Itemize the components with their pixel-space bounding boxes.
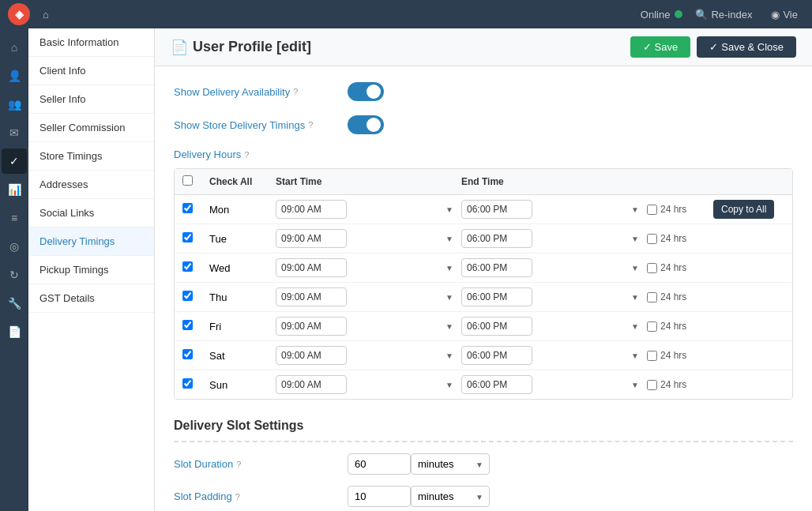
sat-end-arrow: ▼ [631,351,639,360]
mon-24hrs-checkbox[interactable] [647,205,657,215]
sidebar-item-seller-commission[interactable]: Seller Commission [28,114,154,142]
sat-end-time-select[interactable]: 06:00 PM [461,346,532,365]
sidebar-item-addresses[interactable]: Addresses [28,171,154,199]
wed-start-time-wrap: 09:00 AM ▼ [276,258,458,277]
fri-checkbox[interactable] [182,320,193,330]
store-delivery-timings-row: Show Store Delivery Timings ? [174,115,793,134]
sun-end-time-select[interactable]: 06:00 PM [461,375,532,394]
delivery-availability-toggle[interactable] [348,82,384,101]
icon-bar-check[interactable]: ✓ [2,148,27,174]
thu-label: Thu [209,291,273,303]
slot-padding-input[interactable] [348,486,411,507]
slot-settings-title: Delivery Slot Settings [174,419,793,442]
copy-all-button[interactable]: Copy to All [713,200,774,219]
delivery-availability-help-icon[interactable]: ? [293,87,298,96]
tue-start-time-select[interactable]: 09:00 AM [276,229,347,248]
fri-checkbox-wrap[interactable] [182,320,206,333]
sat-24hrs-checkbox[interactable] [647,351,657,361]
sidebar-item-pickup-timings[interactable]: Pickup Timings [28,256,154,284]
check-all-checkbox-wrap[interactable] [182,175,206,188]
timing-row-wed: Wed 09:00 AM ▼ 06:00 PM ▼ [175,254,792,283]
thu-24hrs-checkbox[interactable] [647,292,657,302]
thu-24hrs-label: 24 hrs [660,291,686,302]
save-close-button[interactable]: ✓ Save & Close [697,36,796,58]
icon-bar-location[interactable]: ◎ [2,234,27,259]
tue-end-time-select[interactable]: 06:00 PM [461,229,532,248]
mon-end-time-select[interactable]: 06:00 PM [461,200,532,219]
delivery-hours-table: Check All Start Time End Time Mon 09:00 … [174,168,793,400]
content-area: Show Delivery Availability ? Show Store … [155,66,812,511]
icon-bar-file[interactable]: 📄 [2,319,27,344]
wed-end-time-select[interactable]: 06:00 PM [461,258,532,277]
store-delivery-timings-slider [348,115,384,134]
icon-bar-refresh[interactable]: ↻ [2,262,27,287]
save-button[interactable]: ✓ Save [630,36,691,58]
fri-24hrs-checkbox[interactable] [647,321,657,332]
slot-padding-unit-select[interactable]: minutes hours [411,486,490,507]
sidebar-item-basic-info[interactable]: Basic Information [28,28,154,57]
wed-24hrs-checkbox[interactable] [647,263,657,273]
mon-start-time-select[interactable]: 09:00 AM [276,200,347,219]
store-delivery-timings-help-icon[interactable]: ? [308,120,313,130]
topbar-home-button[interactable]: ⌂ [36,6,55,24]
icon-bar-wrench[interactable]: 🔧 [2,291,27,316]
save-check-icon: ✓ [643,41,652,53]
sun-24hrs-wrap: 24 hrs [647,379,710,390]
delivery-hours-help-icon[interactable]: ? [244,150,249,160]
sun-end-time-wrap: 06:00 PM ▼ [461,375,644,394]
sidebar-item-social-links[interactable]: Social Links [28,199,154,227]
mon-checkbox-wrap[interactable] [182,203,206,216]
sidebar-item-client-info[interactable]: Client Info [28,57,154,85]
slot-padding-row: Slot Padding ? minutes hours ▼ [174,486,793,507]
fri-end-time-select[interactable]: 06:00 PM [461,317,532,336]
delivery-hours-label: Delivery Hours ? [174,148,793,160]
end-time-col-header: End Time [461,176,644,187]
icon-bar-user[interactable]: 👤 [2,63,27,88]
sun-start-time-select[interactable]: 09:00 AM [276,375,347,394]
tue-start-arrow: ▼ [445,235,453,243]
view-button[interactable]: ◉ Vie [765,6,804,24]
icon-bar-chart[interactable]: 📊 [2,177,27,202]
sun-checkbox[interactable] [182,378,193,389]
wed-checkbox-wrap[interactable] [182,261,206,274]
thu-checkbox-wrap[interactable] [182,291,206,303]
sidebar-item-store-timings[interactable]: Store Timings [28,142,154,171]
sidebar-item-delivery-timings[interactable]: Delivery Timings [28,227,154,256]
wed-checkbox[interactable] [182,261,193,272]
wed-start-time-select[interactable]: 09:00 AM [276,258,347,277]
wed-24hrs-wrap: 24 hrs [647,262,710,273]
icon-bar-users[interactable]: 👥 [2,92,27,117]
sat-checkbox-wrap[interactable] [182,349,206,362]
mon-checkbox[interactable] [182,203,193,213]
sat-label: Sat [209,350,273,362]
thu-end-time-select[interactable]: 06:00 PM [461,287,532,306]
sidebar-item-seller-info[interactable]: Seller Info [28,85,154,114]
icon-bar-home[interactable]: ⌂ [2,35,27,60]
delivery-hours-section: Delivery Hours ? Check All Start Time En… [174,148,793,400]
sat-start-time-select[interactable]: 09:00 AM [276,346,347,365]
fri-start-time-select[interactable]: 09:00 AM [276,317,347,336]
sat-24hrs-label: 24 hrs [660,350,686,361]
tue-checkbox[interactable] [182,232,193,242]
sun-24hrs-checkbox[interactable] [647,380,657,390]
icon-bar-sliders[interactable]: ≡ [2,205,27,231]
thu-start-time-select[interactable]: 09:00 AM [276,287,347,306]
slot-padding-help-icon[interactable]: ? [235,492,240,502]
tue-24hrs-checkbox[interactable] [647,234,657,244]
wed-24hrs-label: 24 hrs [660,262,686,273]
store-delivery-timings-toggle[interactable] [348,115,384,134]
icon-bar-mail[interactable]: ✉ [2,120,27,145]
mon-end-arrow: ▼ [631,205,639,214]
store-delivery-timings-label: Show Store Delivery Timings ? [174,119,348,131]
thu-checkbox[interactable] [182,291,193,301]
sat-start-time-wrap: 09:00 AM ▼ [276,346,458,365]
reindex-button[interactable]: 🔍 Re-index [689,6,758,24]
slot-duration-help-icon[interactable]: ? [236,460,241,469]
slot-duration-input[interactable] [348,453,411,475]
slot-duration-unit-select[interactable]: minutes hours [411,453,490,475]
sat-checkbox[interactable] [182,349,193,359]
sun-checkbox-wrap[interactable] [182,378,206,391]
check-all-checkbox[interactable] [182,175,193,186]
tue-checkbox-wrap[interactable] [182,232,206,245]
sidebar-item-gst-details[interactable]: GST Details [28,284,154,313]
